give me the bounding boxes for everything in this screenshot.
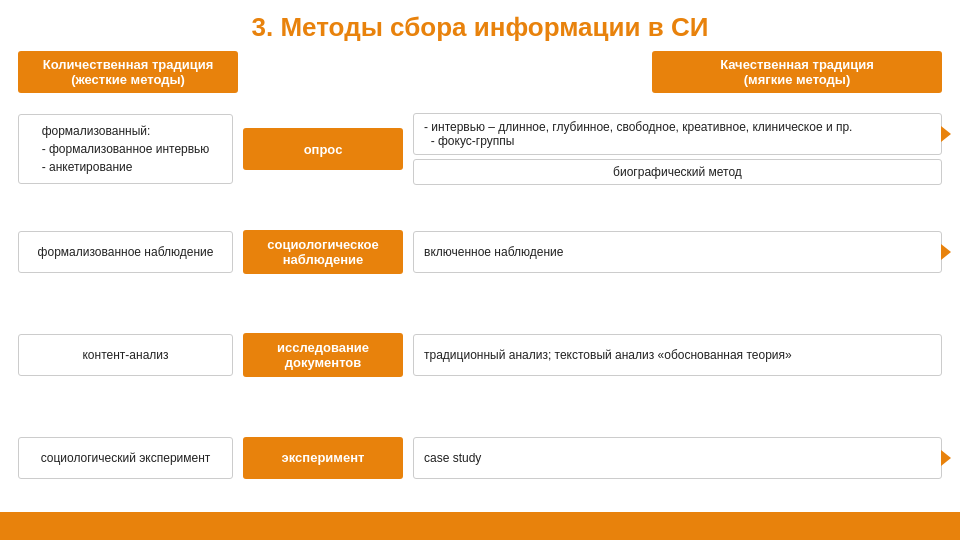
right-cell-content: традиционный анализ; текстовый анализ «о… <box>413 334 942 376</box>
right-col-interview: - интервью – длинное, глубинное, свободн… <box>413 113 942 185</box>
left-cell-experiment: социологический эксперимент <box>18 437 233 479</box>
header-row: Количественная традиция(жесткие методы) … <box>18 51 942 93</box>
page: 3. Методы сбора информации в СИ Количест… <box>0 0 960 540</box>
table-row: контент-анализ исследование документов т… <box>18 307 942 404</box>
center-cell-docs: исследование документов <box>243 333 403 377</box>
content-area: Количественная традиция(жесткие методы) … <box>0 51 960 512</box>
left-cell-observation: формализованное наблюдение <box>18 231 233 273</box>
bottom-bar <box>0 512 960 540</box>
data-rows: формализованный: - формализованное интер… <box>18 101 942 506</box>
center-cell-experiment: эксперимент <box>243 437 403 479</box>
right-cell-observation: включенное наблюдение <box>413 231 942 273</box>
table-row: формализованный: - формализованное интер… <box>18 101 942 198</box>
right-cell-interview-bottom: биографический метод <box>413 159 942 185</box>
page-title: 3. Методы сбора информации в СИ <box>0 0 960 51</box>
header-left-label: Количественная традиция(жесткие методы) <box>18 51 238 93</box>
header-right-label: Качественная традиция(мягкие методы) <box>652 51 942 93</box>
center-cell-opros: опрос <box>243 128 403 170</box>
table-row: социологический эксперимент эксперимент … <box>18 409 942 506</box>
right-cell-interview-top: - интервью – длинное, глубинное, свободн… <box>413 113 942 155</box>
center-cell-observation: социологическоенаблюдение <box>243 230 403 274</box>
left-cell-interview: формализованный: - формализованное интер… <box>18 114 233 184</box>
left-cell-content: контент-анализ <box>18 334 233 376</box>
table-row: формализованное наблюдение социологическ… <box>18 204 942 301</box>
right-cell-case-study: case study <box>413 437 942 479</box>
